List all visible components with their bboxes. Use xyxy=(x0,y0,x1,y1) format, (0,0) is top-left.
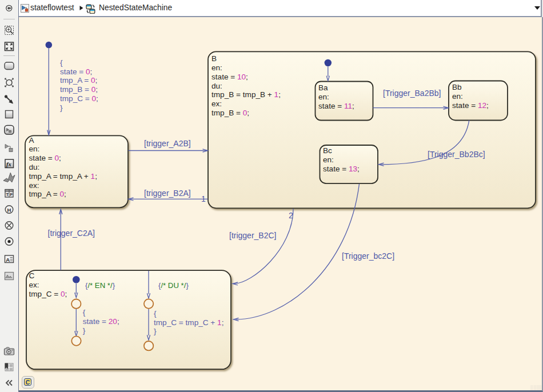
svg-text:F: F xyxy=(10,192,13,197)
svg-text:T: T xyxy=(6,192,9,197)
svg-text:fx: fx xyxy=(6,161,11,167)
svg-text:H: H xyxy=(7,207,11,213)
svg-text:A: A xyxy=(6,257,10,263)
